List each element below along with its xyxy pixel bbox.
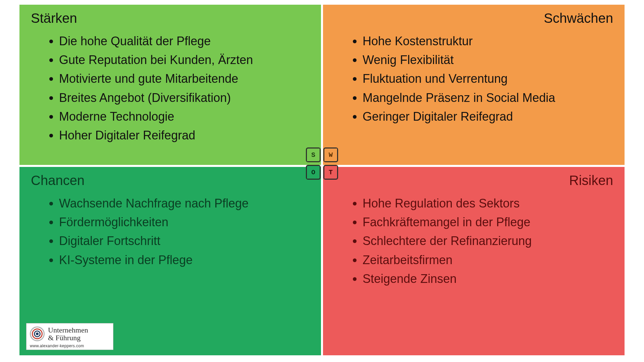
swot-key-cluster: S W O T: [306, 147, 338, 180]
key-s-icon: S: [306, 147, 321, 162]
swot-wrap: S W O T: [19, 5, 625, 355]
key-w-icon: W: [323, 147, 338, 162]
key-t-icon: T: [323, 165, 338, 180]
key-o-icon: O: [306, 165, 321, 180]
